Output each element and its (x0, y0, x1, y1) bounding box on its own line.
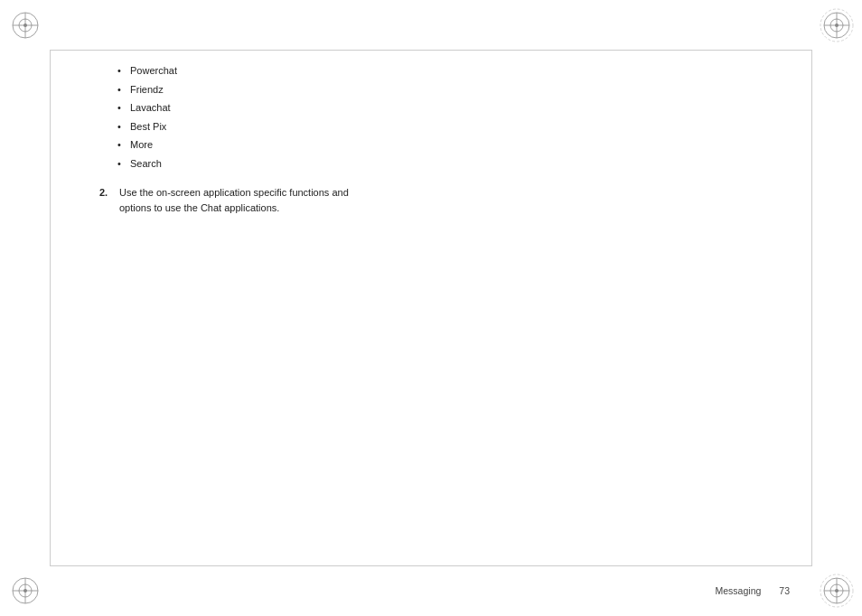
footer-page-number: 73 (779, 585, 790, 596)
corner-mark-tl (7, 7, 43, 43)
border-right (811, 50, 812, 566)
footer-section: Messaging (716, 585, 762, 596)
border-bottom (50, 565, 812, 566)
list-item: Lavachat (117, 100, 763, 117)
app-list: Powerchat Friendz Lavachat Best Pix More… (117, 63, 763, 173)
list-item: More (117, 137, 763, 154)
step-text: Use the on-screen application specific f… (119, 185, 349, 217)
list-item: Powerchat (117, 63, 763, 79)
border-top (50, 50, 812, 51)
corner-mark-tr (819, 7, 855, 43)
border-left (50, 50, 51, 566)
footer: Messaging 73 (716, 585, 790, 596)
page-container: Powerchat Friendz Lavachat Best Pix More… (0, 0, 862, 616)
list-item: Best Pix (117, 119, 763, 135)
step-number: 2. (99, 185, 119, 217)
corner-mark-br (819, 573, 855, 609)
list-item: Search (117, 156, 763, 173)
main-content: Powerchat Friendz Lavachat Best Pix More… (99, 63, 763, 553)
step-text-line2: options to use the Chat applications. (119, 202, 279, 213)
step-2: 2. Use the on-screen application specifi… (99, 185, 763, 217)
step-text-line1: Use the on-screen application specific f… (119, 187, 349, 198)
corner-mark-bl (7, 573, 43, 609)
list-item: Friendz (117, 82, 763, 98)
